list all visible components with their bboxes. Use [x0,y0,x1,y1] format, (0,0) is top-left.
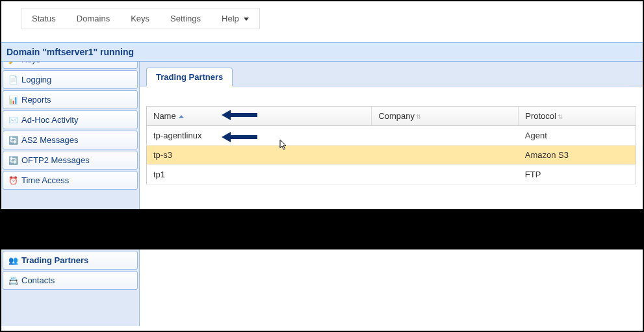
sidebar-item-label: Ad-Hoc Activity [21,115,78,125]
nav-domains[interactable]: Domains [66,8,120,29]
sidebar-item-time-access[interactable]: ⏰Time Access [3,171,138,190]
table-row[interactable]: tp-agentlinux Agent [147,126,636,146]
reports-icon: 📊 [8,96,18,105]
col-company[interactable]: Company⇅ [372,107,519,126]
cell-company [372,165,519,185]
sidebar-item-label: Reports [21,95,51,105]
trading-partners-table: Name Company⇅ Protocol⇅ tp-agentlinux Ag… [146,106,636,185]
sidebar-item-label: Time Access [21,175,69,185]
sidebar-item-label: Logging [21,75,51,84]
log-icon: 📄 [8,75,18,84]
key-icon: 🔑 [8,62,18,64]
sidebar: 🔑Keys 📄Logging 📊Reports ✉️Ad-Hoc Activit… [1,62,140,326]
top-nav: Status Domains Keys Settings Help [1,1,643,42]
sidebar-item-label: Trading Partners [21,255,88,265]
sidebar-item-label: AS2 Messages [21,135,78,145]
nav-help-label: Help [222,14,239,23]
oftp-icon: 🔄 [8,156,18,165]
table-row[interactable]: tp-s3 Amazon S3 [147,146,636,165]
cell-name: tp1 [147,165,372,185]
cell-name: tp-agentlinux [147,126,372,146]
col-name[interactable]: Name [147,107,372,126]
sort-icon: ⇅ [558,113,563,120]
cell-protocol: Amazon S3 [519,146,636,165]
sidebar-item-reports[interactable]: 📊Reports [3,90,138,109]
sidebar-item-logging[interactable]: 📄Logging [3,70,138,89]
sidebar-item-oftp2[interactable]: 🔄OFTP2 Messages [3,151,138,170]
annotation-arrow [222,132,257,142]
image-tear-annotation [0,209,644,249]
contacts-icon: 📇 [8,276,18,285]
tab-strip: Trading Partners [140,62,643,86]
sort-icon: ⇅ [416,113,421,120]
chevron-down-icon [244,18,249,21]
mail-icon: ✉️ [8,116,18,125]
cell-name: tp-s3 [147,146,372,165]
nav-settings[interactable]: Settings [160,8,211,29]
table-row[interactable]: tp1 FTP [147,165,636,185]
nav-help[interactable]: Help [211,8,259,29]
nav-keys[interactable]: Keys [120,8,160,29]
top-nav-bar: Status Domains Keys Settings Help [21,8,260,29]
main-panel: Trading Partners Name Company⇅ Protocol⇅ [140,62,643,326]
sidebar-item-trading-partners[interactable]: 👥Trading Partners [3,251,138,270]
col-label: Protocol [525,111,556,121]
partners-icon: 👥 [8,256,18,265]
sidebar-item-keys[interactable]: 🔑Keys [3,62,138,69]
sidebar-item-label: Keys [21,62,40,64]
sidebar-item-contacts[interactable]: 📇Contacts [3,271,138,290]
col-label: Company [378,111,415,121]
sidebar-item-as2[interactable]: 🔄AS2 Messages [3,131,138,149]
cell-protocol: FTP [519,165,636,185]
col-protocol[interactable]: Protocol⇅ [519,107,636,126]
sidebar-item-label: Contacts [21,275,55,285]
cell-company [372,146,519,165]
as2-icon: 🔄 [8,136,18,145]
sort-asc-icon [179,115,184,118]
annotation-arrow [222,110,257,120]
time-icon: ⏰ [8,176,18,185]
col-label: Name [153,111,176,121]
cell-company [372,126,519,146]
tab-trading-partners[interactable]: Trading Partners [146,68,233,86]
sidebar-item-adhoc[interactable]: ✉️Ad-Hoc Activity [3,110,138,129]
panel-body: Name Company⇅ Protocol⇅ tp-agentlinux Ag… [140,86,643,327]
domain-status-header: Domain "mftserver1" running [1,42,643,62]
nav-status[interactable]: Status [21,8,66,29]
sidebar-item-label: OFTP2 Messages [21,155,90,165]
cell-protocol: Agent [519,126,636,146]
